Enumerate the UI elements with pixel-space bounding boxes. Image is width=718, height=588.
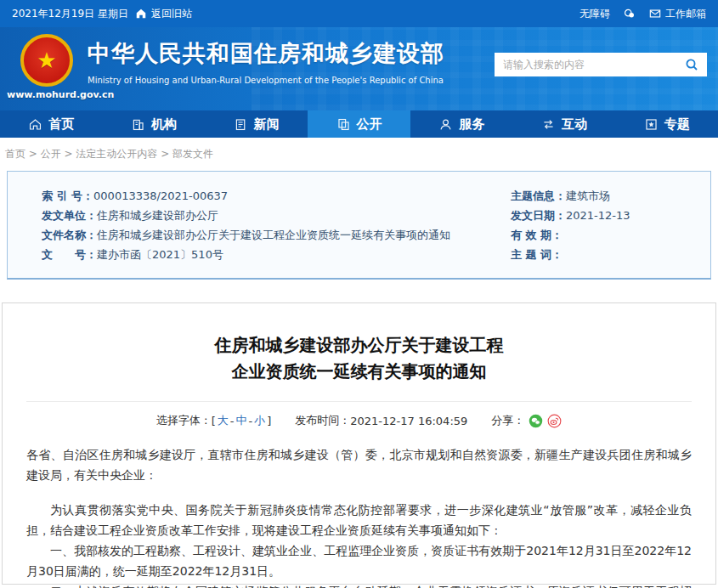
article-title: 住房和城乡建设部办公厅关于建设工程 企业资质统一延续有关事项的通知 [26, 332, 692, 385]
return-old-site-link[interactable]: 返回旧站 [135, 7, 192, 21]
info-label: 主题信息： [511, 189, 566, 202]
main-nav: 首页 机构 新闻 公开 服务 互动 专题 [0, 110, 718, 138]
site-search [495, 53, 707, 76]
font-size-large-link[interactable]: 大 [218, 413, 229, 428]
work-mailbox-link[interactable]: 工作邮箱 [649, 7, 706, 21]
nav-item-label: 机构 [151, 116, 177, 133]
star-badge-icon [644, 117, 659, 132]
info-label: 主 题 词： [511, 248, 563, 261]
info-label: 索 引 号： [42, 189, 93, 202]
info-value: 住房和城乡建设部办公厅 [97, 209, 218, 222]
speech-bubbles-icon[interactable] [624, 8, 636, 20]
top-utility-bar: 2021年12月19日 星期日 返回旧站 无障碍 工作邮箱 [0, 0, 718, 27]
document-info-box: 索 引 号：000013338/2021-00637 发文单位：住房和城乡建设部… [7, 171, 711, 280]
font-size-small-link[interactable]: 小 [254, 413, 265, 428]
info-label: 有 效 期： [511, 229, 563, 241]
return-old-site-label: 返回旧站 [151, 7, 192, 21]
info-row-index-number: 索 引 号：000013338/2021-00637 [42, 186, 511, 206]
site-header: ★ 中华人民共和国住房和城乡建设部 Ministry of Housing an… [0, 27, 718, 110]
site-identity: 中华人民共和国住房和城乡建设部 Ministry of Housing and … [88, 38, 444, 85]
site-url: www.mohurd.gov.cn [7, 89, 114, 100]
article-paragraph: 为认真贯彻落实党中央、国务院关于新冠肺炎疫情常态化防控部署要求，进一步深化建筑业… [26, 500, 692, 540]
info-value: 建办市函〔2021〕510号 [97, 248, 223, 261]
font-selector-label: 选择字体： [156, 413, 212, 428]
national-emblem-logo: ★ [20, 34, 73, 87]
nav-item-label: 公开 [357, 116, 382, 133]
wechat-share-icon[interactable] [529, 414, 543, 428]
article-container: 住房和城乡建设部办公厅关于建设工程 企业资质统一延续有关事项的通知 选择字体： … [2, 302, 716, 585]
building-icon [131, 117, 145, 132]
accessibility-label: 无障碍 [579, 7, 610, 21]
article-meta-bar: 选择字体： [ 大 - 中 - 小 ] 发布时间： 2021-12-17 16:… [26, 402, 692, 428]
article-title-line2: 企业资质统一延续有关事项的通知 [26, 359, 692, 385]
share-block: 分享： [491, 413, 562, 428]
person-icon [438, 117, 453, 132]
font-selector-separator: - [230, 415, 235, 427]
nav-item-interaction[interactable]: 互动 [513, 110, 616, 138]
info-row-issue-date: 发文日期：2021-12-13 [511, 206, 702, 225]
font-selector-bracket-close: ] [267, 415, 271, 427]
info-row-document-name: 文件名称：住房和城乡建设部办公厅关于建设工程企业资质统一延续有关事项的通知 [42, 225, 511, 245]
info-label: 文件名称： [42, 229, 97, 241]
nav-item-disclosure[interactable]: 公开 [308, 110, 410, 138]
font-size-selector: 选择字体： [ 大 - 中 - 小 ] [156, 413, 272, 428]
nav-item-label: 互动 [562, 116, 587, 133]
publish-time-label: 发布时间： [295, 413, 350, 428]
info-value: 住房和城乡建设部办公厅关于建设工程企业资质统一延续有关事项的通知 [97, 229, 450, 241]
nav-item-home[interactable]: 首页 [0, 110, 103, 138]
nav-item-label: 新闻 [254, 116, 280, 133]
documents-icon [336, 117, 351, 132]
home-icon [28, 117, 42, 132]
envelope-icon [649, 8, 661, 20]
font-size-medium-link[interactable]: 中 [235, 413, 246, 428]
news-icon [234, 117, 248, 132]
publish-time-value: 2021-12-17 16:04:59 [350, 415, 467, 427]
accessibility-link[interactable]: 无障碍 [579, 7, 610, 21]
article-body: 各省、自治区住房和城乡建设厅，直辖市住房和城乡建设（管）委，北京市规划和自然资源… [26, 444, 692, 588]
info-row-keywords: 主 题 词： [511, 245, 702, 264]
nav-item-news[interactable]: 新闻 [205, 110, 308, 138]
site-subtitle: Ministry of Housing and Urban-Rural Deve… [88, 76, 444, 85]
search-icon [685, 58, 698, 71]
info-value: 000013338/2021-00637 [93, 189, 228, 202]
info-label: 文 号： [42, 248, 97, 261]
publish-time-block: 发布时间： 2021-12-17 16:04:59 [295, 413, 467, 428]
info-row-document-number: 文 号：建办市函〔2021〕510号 [42, 245, 511, 264]
info-value: 2021-12-13 [566, 209, 630, 222]
font-selector-bracket-open: [ [212, 415, 216, 427]
info-label: 发文单位： [42, 209, 97, 222]
info-label: 发文日期： [511, 209, 566, 222]
nav-item-topics[interactable]: 专题 [615, 110, 718, 138]
search-input[interactable] [495, 53, 676, 76]
nav-item-label: 专题 [664, 116, 690, 133]
article-paragraph: 各省、自治区住房和城乡建设厅，直辖市住房和城乡建设（管）委，北京市规划和自然资源… [26, 444, 692, 485]
article-paragraph: 二、上述资质有效期将在全国建筑市场监管公共服务平台自动延期，企业无需换领资质证书… [26, 581, 692, 588]
nav-item-services[interactable]: 服务 [410, 110, 513, 138]
breadcrumb[interactable]: 首页 > 公开 > 法定主动公开内容 > 部发文件 [0, 138, 718, 171]
nav-item-org[interactable]: 机构 [103, 110, 206, 138]
home-icon [135, 8, 147, 20]
share-label: 分享： [491, 413, 524, 428]
work-mailbox-label: 工作邮箱 [665, 7, 706, 21]
exchange-arrows-icon [541, 117, 556, 132]
site-title: 中华人民共和国住房和城乡建设部 [88, 38, 444, 69]
article-paragraph: 一、我部核发的工程勘察、工程设计、建筑业企业、工程监理企业资质，资质证书有效期于… [26, 540, 692, 581]
weibo-share-icon[interactable] [547, 414, 562, 428]
breadcrumb-text: 首页 > 公开 > 法定主动公开内容 > 部发文件 [5, 147, 213, 161]
info-row-validity: 有 效 期： [511, 225, 702, 245]
current-date: 2021年12月19日 星期日 [12, 7, 128, 21]
article-title-line1: 住房和城乡建设部办公厅关于建设工程 [26, 332, 692, 359]
nav-item-label: 服务 [459, 116, 484, 133]
document-info-left-column: 索 引 号：000013338/2021-00637 发文单位：住房和城乡建设部… [42, 186, 511, 267]
document-info-right-column: 主题信息：建筑市场 发文日期：2021-12-13 有 效 期： 主 题 词： [511, 186, 702, 267]
search-button[interactable] [676, 53, 707, 76]
nav-item-label: 首页 [48, 116, 74, 133]
info-row-topic-info: 主题信息：建筑市场 [511, 186, 702, 206]
info-value: 建筑市场 [566, 189, 610, 202]
info-row-issuing-unit: 发文单位：住房和城乡建设部办公厅 [42, 206, 511, 225]
font-selector-separator: - [248, 415, 252, 427]
